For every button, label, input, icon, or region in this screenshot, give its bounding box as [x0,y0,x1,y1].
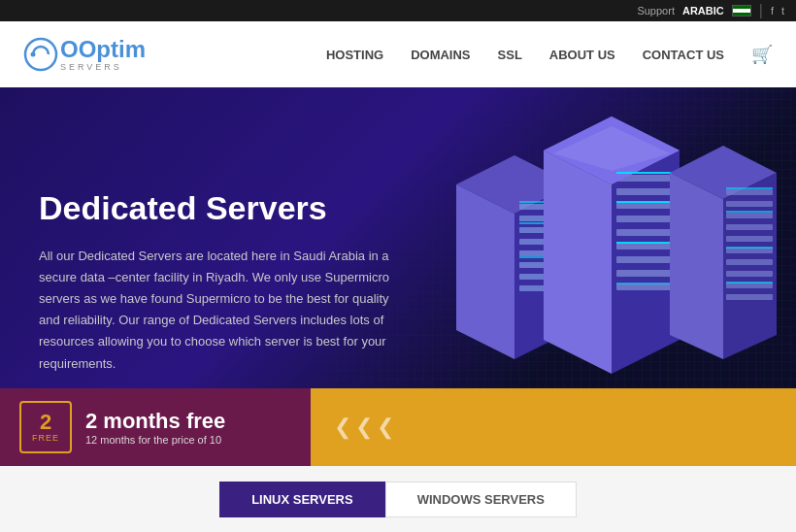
svg-rect-22 [616,216,673,222]
svg-rect-21 [616,202,673,209]
svg-rect-26 [616,270,673,277]
hero-section: Dedicated Servers All our Dedicated Serv… [0,87,796,466]
svg-rect-43 [726,259,773,265]
svg-marker-36 [670,173,723,359]
promo-badge: 2 FREE [19,401,72,453]
top-bar: Support ARABIC | f t [0,0,796,21]
svg-rect-46 [726,294,773,300]
promo-sub-text: 12 months for the price of 10 [85,434,225,446]
svg-rect-25 [616,256,673,263]
logo-icon [23,37,58,72]
svg-point-1 [31,52,36,57]
cart-icon[interactable]: 🛒 [751,44,773,65]
main-nav: HOSTING DOMAINS SSL ABOUT US CONTACT US … [326,44,773,65]
hero-description: All our Dedicated Servers are located he… [39,246,408,375]
promo-arrows: ❮ ❮ ❮ [334,415,394,440]
svg-rect-44 [726,271,773,277]
nav-hosting[interactable]: HOSTING [326,48,383,62]
svg-rect-38 [726,201,773,207]
tab-windows-servers[interactable]: WINDOWS SERVERS [385,482,577,517]
separator: | [759,2,763,19]
svg-rect-37 [726,189,773,195]
hero-title: Dedicated Servers [39,188,408,228]
logo-name: OOptim [60,38,146,61]
twitter-icon[interactable]: t [781,5,784,17]
nav-contact[interactable]: CONTACT US [643,48,724,62]
promo-text: 2 months free 12 months for the price of… [85,409,225,446]
nav-ssl[interactable]: SSL [498,48,522,62]
promo-left: 2 FREE 2 months free 12 months for the p… [0,388,311,466]
svg-marker-18 [544,150,612,374]
svg-rect-42 [726,248,773,253]
header: OOptim SERVERS HOSTING DOMAINS SSL ABOUT… [0,21,796,87]
language-label[interactable]: ARABIC [682,5,724,17]
promo-bar: 2 FREE 2 months free 12 months for the p… [0,388,796,466]
svg-marker-35 [723,173,777,359]
arrow-1: ❮ [334,415,351,440]
svg-marker-4 [456,184,514,359]
arrow-2: ❮ [355,415,373,440]
svg-point-0 [25,39,56,70]
promo-right[interactable]: ❮ ❮ ❮ [311,388,796,466]
logo-sub: SERVERS [60,63,146,72]
facebook-icon[interactable]: f [771,5,774,17]
promo-main-text: 2 months free [85,409,225,434]
svg-rect-20 [616,188,673,195]
tab-linux-servers[interactable]: LINUX SERVERS [219,482,385,517]
servers-svg [408,97,777,398]
hero-content: Dedicated Servers All our Dedicated Serv… [0,150,447,403]
promo-number: 2 [40,412,51,433]
svg-rect-23 [616,229,673,236]
nav-about[interactable]: ABOUT US [549,48,615,62]
svg-rect-24 [616,243,673,249]
svg-rect-40 [726,224,773,230]
support-label: Support [637,5,675,17]
arrow-3: ❮ [377,415,394,440]
svg-rect-45 [726,283,773,288]
svg-rect-39 [726,213,773,218]
svg-rect-41 [726,236,773,242]
promo-badge-label: FREE [32,433,59,443]
svg-rect-27 [616,283,673,290]
server-illustration [408,97,777,398]
tabs-section: LINUX SERVERS WINDOWS SERVERS [0,466,796,532]
nav-domains[interactable]: DOMAINS [411,48,470,62]
logo-text: OOptim SERVERS [60,38,146,72]
flag-icon[interactable] [732,5,751,17]
logo[interactable]: OOptim SERVERS [23,37,146,72]
